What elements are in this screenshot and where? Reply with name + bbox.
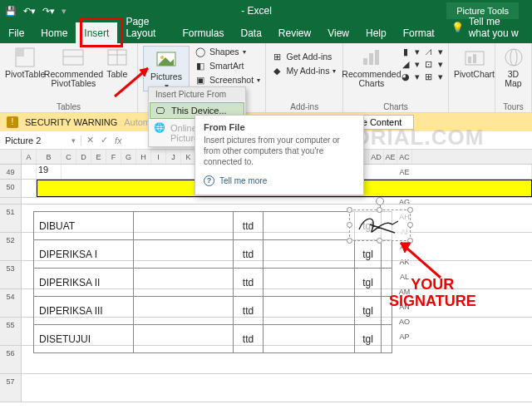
smartart-button[interactable]: ◧SmartArt — [195, 60, 260, 71]
annotation-label: YOUR SIGNATURE — [389, 276, 476, 309]
my-addins-button[interactable]: ◆My Add-ins▾ — [271, 65, 336, 76]
bar-chart-icon: ▮ — [400, 46, 411, 57]
pivottable-icon — [13, 46, 37, 69]
table-icon — [106, 46, 129, 69]
save-icon[interactable]: 💾 — [5, 6, 17, 17]
table-row: DISETUJUI ttd tgl — [34, 325, 392, 353]
stat-chart-icon: ⊡ — [423, 58, 435, 70]
col-AD[interactable]: AD — [369, 150, 384, 164]
pie-chart-icon: ◕ — [400, 71, 411, 82]
lightbulb-icon: 💡 — [451, 22, 464, 33]
globe-icon — [502, 46, 525, 69]
table-row: DIPERIKSA III ttd tgl — [34, 297, 392, 325]
name-box[interactable]: Picture 2 ▾ — [0, 136, 81, 145]
screenshot-icon: ▣ — [195, 74, 206, 86]
row-52[interactable]: 52 — [0, 233, 22, 260]
col-H[interactable]: H — [136, 150, 151, 164]
tab-review[interactable]: Review — [270, 22, 319, 43]
pictures-button[interactable]: Pictures ▾ — [143, 46, 190, 91]
col-AF[interactable]: AC AE AF AG AH AI AJ AK AL AM AN AO AP — [397, 150, 412, 164]
combo-chart-icon: ⊞ — [423, 71, 435, 82]
svg-rect-2 — [63, 50, 83, 65]
tab-insert[interactable]: Insert — [76, 22, 117, 43]
row-50[interactable]: 50 — [0, 180, 22, 197]
shapes-icon: ◯ — [195, 46, 206, 57]
chart-type-1[interactable]: ▮▾ ⩘▾ — [400, 46, 443, 57]
area-chart-icon: ◢ — [400, 58, 411, 70]
chart-type-3[interactable]: ◕▾ ⊞▾ — [400, 71, 443, 82]
cell-ttd[interactable]: ttd — [234, 212, 264, 240]
row-54[interactable]: 54 — [0, 289, 22, 317]
row-56[interactable]: 56 — [0, 346, 22, 373]
tab-data[interactable]: Data — [232, 22, 269, 43]
col-A[interactable]: A — [22, 150, 37, 164]
undo-icon[interactable]: ↶▾ — [23, 6, 36, 17]
group-label-addins: Add-ins — [271, 101, 337, 111]
enter-icon[interactable]: ✓ — [101, 135, 108, 145]
row-51[interactable]: 51 — [0, 205, 22, 232]
row-55[interactable]: 55 — [0, 318, 22, 345]
resize-handle[interactable] — [377, 238, 382, 244]
col-C[interactable]: C — [62, 150, 76, 164]
tooltip-tell-me-more[interactable]: ? Tell me more — [204, 175, 355, 186]
recommended-charts-button[interactable]: Recommended Charts — [348, 46, 395, 88]
pictures-icon — [155, 48, 178, 71]
col-E[interactable]: E — [91, 150, 106, 164]
resize-handle[interactable] — [407, 238, 413, 244]
security-warning-title: SECURITY WARNING — [25, 117, 117, 127]
chart-type-2[interactable]: ◢▾ ⊡▾ — [400, 58, 443, 70]
smartart-icon: ◧ — [195, 60, 206, 71]
svg-rect-13 — [468, 57, 471, 63]
tab-home[interactable]: Home — [32, 22, 76, 43]
col-I[interactable]: I — [151, 150, 166, 164]
pivottable-button[interactable]: PivotTable — [5, 46, 45, 79]
resize-handle[interactable] — [407, 207, 413, 213]
cell-label[interactable]: DIBUAT — [34, 212, 134, 240]
pivotchart-button[interactable]: PivotChart — [454, 46, 495, 79]
tab-page-layout[interactable]: Page Layout — [117, 11, 174, 43]
col-D[interactable]: D — [76, 150, 91, 164]
resize-handle[interactable] — [407, 222, 413, 228]
cancel-icon[interactable]: ✕ — [86, 135, 94, 145]
tab-view[interactable]: View — [319, 22, 357, 43]
group-tables: PivotTable Recommended PivotTables Table… — [0, 43, 138, 112]
group-pivotchart: PivotChart — [449, 43, 495, 112]
tell-me-search[interactable]: 💡 Tell me what you w — [443, 11, 532, 43]
shapes-button[interactable]: ◯Shapes▾ — [195, 46, 260, 57]
chevron-down-icon: ▾ — [71, 136, 76, 145]
resize-handle[interactable] — [347, 238, 352, 244]
col-B[interactable]: B — [37, 150, 62, 164]
row-49[interactable]: 49 — [0, 165, 22, 179]
col-AE[interactable]: AE — [384, 150, 397, 164]
help-icon: ? — [204, 175, 214, 186]
tab-help[interactable]: Help — [357, 22, 395, 43]
table-button[interactable]: Table — [101, 46, 132, 79]
recommended-charts-icon — [360, 46, 383, 69]
signature-icon — [355, 213, 405, 238]
3d-map-button[interactable]: 3D Map — [500, 46, 526, 88]
tab-file[interactable]: File — [0, 22, 32, 43]
tab-format[interactable]: Format — [395, 22, 443, 43]
rotate-handle[interactable] — [376, 197, 384, 205]
col-F[interactable]: F — [106, 150, 121, 164]
resize-handle[interactable] — [347, 207, 352, 213]
tooltip-title: From File — [204, 122, 355, 132]
row-53[interactable]: 53 — [0, 261, 22, 288]
cell-B49[interactable]: 19 — [37, 165, 62, 179]
fx-icon[interactable]: fx — [115, 136, 122, 145]
col-J[interactable]: J — [166, 150, 181, 164]
resize-handle[interactable] — [347, 222, 352, 228]
get-addins-button[interactable]: ⊞Get Add-ins — [271, 51, 336, 62]
group-charts: Recommended Charts ▮▾ ⩘▾ ◢▾ ⊡▾ ◕▾ ⊞▾ Cha… — [343, 43, 449, 112]
redo-icon[interactable]: ↷▾ — [42, 6, 55, 17]
svg-rect-9 — [363, 58, 367, 65]
group-label-charts: Charts — [348, 101, 443, 111]
col-G[interactable]: G — [121, 150, 136, 164]
row-57[interactable]: 57 — [0, 374, 22, 402]
resize-handle[interactable] — [377, 207, 382, 213]
table-row: DIPERIKSA I ttd tgl — [34, 240, 392, 269]
signature-picture[interactable] — [349, 210, 411, 241]
screenshot-button[interactable]: ▣Screenshot▾ — [195, 74, 260, 86]
recommended-pivottables-button[interactable]: Recommended PivotTables — [50, 46, 96, 88]
tab-formulas[interactable]: Formulas — [174, 22, 232, 43]
